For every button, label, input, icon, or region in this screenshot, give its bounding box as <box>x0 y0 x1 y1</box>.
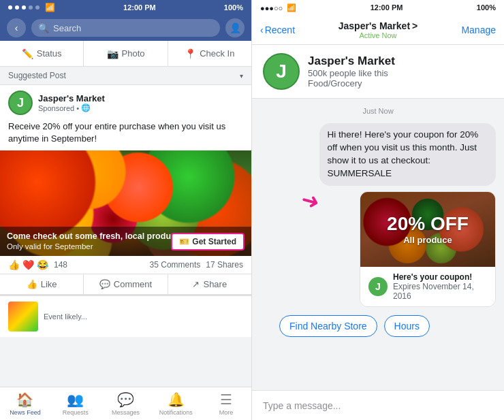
right-signal: ●●●○○ 📶 <box>260 3 296 12</box>
signal-bars: ●●●○○ <box>260 4 283 12</box>
dot2 <box>15 5 19 10</box>
chat-timestamp: Just Now <box>260 107 496 115</box>
nav-news-feed[interactable]: 🏠 News Feed <box>0 387 50 420</box>
coupon-avatar: J <box>368 277 388 296</box>
post-image: Come check out some fresh, local produce… <box>0 150 251 256</box>
nav-center-info: Jasper's Market > Active Now <box>338 20 418 39</box>
nav-notifications[interactable]: 🔔 Notifications <box>151 387 201 420</box>
reaction-count: 148 <box>54 260 67 270</box>
comment-icon: 💬 <box>99 279 110 289</box>
find-nearby-store-button[interactable]: Find Nearby Store <box>279 315 377 337</box>
post-page-name: Jasper's Market <box>38 93 243 103</box>
get-started-button[interactable]: 🎫 Get Started <box>171 233 245 251</box>
dot4 <box>29 5 33 10</box>
share-icon: ↗ <box>192 279 200 289</box>
chevron-down-icon: ▾ <box>240 72 243 80</box>
person-icon: 👤 <box>230 22 241 33</box>
chat-area: Just Now Hi there! Here's your coupon fo… <box>252 99 504 390</box>
messenger-nav-bar: ‹ Recent Jasper's Market > Active Now Ma… <box>252 15 504 45</box>
checkin-icon: 📍 <box>185 48 196 59</box>
coupon-text: Here's your coupon! Expires November 14,… <box>393 272 487 301</box>
back-button[interactable]: ‹ <box>7 18 26 37</box>
coupon-title: Here's your coupon! <box>393 272 487 282</box>
coupon-logo-letter: J <box>375 281 381 292</box>
status-bar-right: ●●●○○ 📶 12:00 PM 100% <box>252 0 504 15</box>
search-placeholder: Search <box>53 23 81 33</box>
next-post-preview: Event likely... <box>0 295 251 337</box>
coupon-overlay: 20% OFF All produce <box>360 192 495 267</box>
notifications-label: Notifications <box>159 409 193 416</box>
search-bar[interactable]: 🔍 Search <box>31 19 220 37</box>
bottom-nav: 🏠 News Feed 👥 Requests 💬 Messages 🔔 Noti… <box>0 387 251 420</box>
status-label: Status <box>37 48 62 59</box>
photo-icon: 📷 <box>107 48 119 59</box>
requests-label: Requests <box>63 409 89 416</box>
nav-messages[interactable]: 💬 Messages <box>101 387 151 420</box>
profile-nav-icon[interactable]: 👤 <box>225 18 245 37</box>
action-row: ✏️ Status 📷 Photo 📍 Check In <box>0 41 251 67</box>
page-category: Food/Grocery <box>308 78 493 88</box>
logo-letter: J <box>276 61 287 82</box>
messenger-page-title: Jasper's Market > <box>338 20 418 31</box>
like-icon: 👍 <box>27 279 37 289</box>
title-chevron-icon: > <box>412 20 418 31</box>
pink-arrow-indicator: ➜ <box>298 186 323 216</box>
comments-count: 35 Comments <box>150 260 201 270</box>
coupon-description: All produce <box>403 235 452 245</box>
right-battery: 100% <box>477 3 496 12</box>
coupon-footer: J Here's your coupon! Expires November 1… <box>360 267 495 306</box>
back-chevron-icon: ‹ <box>260 25 264 35</box>
reaction-counts: 👍 ❤️ 😂 148 <box>8 259 67 270</box>
dot1 <box>8 5 12 10</box>
post-text: Receive 20% off your entire purchase whe… <box>0 120 251 150</box>
back-to-recent[interactable]: ‹ Recent <box>260 25 295 35</box>
hours-button[interactable]: Hours <box>384 315 430 337</box>
coupon-small-icon: 🎫 <box>179 237 189 246</box>
action-buttons-row: Find Nearby Store Hours <box>260 312 496 340</box>
left-time: 12:00 PM <box>123 3 156 12</box>
nav-requests[interactable]: 👥 Requests <box>50 387 101 420</box>
comment-button[interactable]: 💬 Comment <box>84 274 168 294</box>
manage-button[interactable]: Manage <box>461 25 496 35</box>
coupon-percent: 20% OFF <box>387 213 469 235</box>
page-title-text: Jasper's Market <box>338 20 410 31</box>
photo-label: Photo <box>122 48 145 59</box>
status-action[interactable]: ✏️ Status <box>0 41 84 66</box>
page-logo: J <box>263 53 300 90</box>
dot5 <box>35 5 40 10</box>
comment-label: Comment <box>114 279 152 289</box>
nav-more[interactable]: ☰ More <box>201 387 251 420</box>
message-input[interactable]: Type a message... <box>263 400 341 411</box>
globe-icon: 🌐 <box>81 103 91 112</box>
dot3 <box>22 5 26 10</box>
share-button[interactable]: ↗ Share <box>168 274 251 294</box>
coupon-container: ➜ 20% OFF All produce J Here's your coup… <box>260 191 496 307</box>
preview-text: Event likely... <box>44 312 87 321</box>
suggested-header: Suggested Post ▾ <box>0 67 251 84</box>
right-wifi-icon: 📶 <box>287 3 296 12</box>
recent-label: Recent <box>265 25 295 35</box>
share-label: Share <box>203 279 227 289</box>
more-icon: ☰ <box>220 391 232 408</box>
search-icon: 🔍 <box>38 23 49 33</box>
notifications-icon: 🔔 <box>168 391 185 408</box>
back-chevron-icon: ‹ <box>15 22 18 33</box>
checkin-action[interactable]: 📍 Check In <box>168 41 251 66</box>
like-label: Like <box>41 279 57 289</box>
coupon-image: 20% OFF All produce <box>360 192 495 267</box>
signal-icons: 📶 <box>8 3 55 12</box>
feed-scroll: Suggested Post ▾ J Jasper's Market Spons… <box>0 67 251 387</box>
preview-thumbnail <box>8 302 38 332</box>
comments-shares: 35 Comments 17 Shares <box>150 260 243 270</box>
messenger-panel: ●●●○○ 📶 12:00 PM 100% ‹ Recent Jasper's … <box>252 0 504 420</box>
post-sponsored: Sponsored • 🌐 <box>38 103 243 112</box>
photo-action[interactable]: 📷 Photo <box>84 41 168 66</box>
get-started-label: Get Started <box>192 237 236 246</box>
facebook-feed-panel: 📶 12:00 PM 100% ‹ 🔍 Search 👤 ✏️ Status 📷… <box>0 0 252 420</box>
messages-icon: 💬 <box>117 391 134 408</box>
like-button[interactable]: 👍 Like <box>0 274 84 294</box>
wifi-icon: 📶 <box>45 3 55 12</box>
post-card: J Jasper's Market Sponsored • 🌐 Receive … <box>0 84 251 295</box>
post-meta: Jasper's Market Sponsored • 🌐 <box>38 93 243 112</box>
love-emoji: ❤️ <box>22 259 34 270</box>
